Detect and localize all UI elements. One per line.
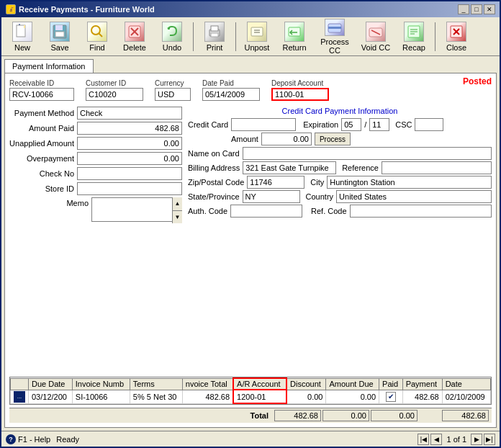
- status-left: ? F1 - Help Ready: [6, 434, 79, 444]
- ready-status: Ready: [56, 435, 79, 444]
- unpost-button[interactable]: Unpost: [239, 19, 275, 54]
- amount-label: Amount: [231, 135, 258, 143]
- exp-month-input[interactable]: [341, 118, 361, 131]
- nav-first-button[interactable]: |◀: [418, 434, 429, 445]
- credit-card-label: Credit Card: [188, 120, 228, 129]
- currency-input[interactable]: [155, 88, 191, 101]
- svg-rect-21: [328, 27, 341, 29]
- unapplied-amount-input[interactable]: [77, 137, 182, 150]
- paid-checkbox[interactable]: ✔: [386, 392, 396, 402]
- expiration-label: Expiration: [303, 120, 338, 129]
- save-button[interactable]: Save: [42, 19, 78, 54]
- ref-code-label: Ref. Code: [311, 207, 347, 215]
- two-column-area: Payment Method Amount Paid Unapplied Amo…: [9, 107, 492, 371]
- amount-paid-row: Amount Paid: [9, 122, 182, 135]
- close-window-button[interactable]: ✕: [484, 4, 495, 14]
- auth-code-input[interactable]: [230, 205, 302, 218]
- processcc-button[interactable]: Process CC: [314, 19, 356, 54]
- find-icon: [87, 22, 107, 42]
- close-button[interactable]: Close: [438, 19, 474, 54]
- csc-input[interactable]: [415, 118, 443, 131]
- maximize-button[interactable]: □: [471, 4, 482, 14]
- row-expand-button[interactable]: ...: [14, 391, 25, 403]
- deposit-account-group: Deposit Account: [271, 79, 329, 101]
- voidcc-button[interactable]: Void CC: [357, 19, 394, 54]
- name-on-card-label: Name on Card: [188, 149, 240, 158]
- city-input[interactable]: [327, 176, 492, 189]
- nav-prev-button[interactable]: ◀: [430, 434, 442, 445]
- receivable-id-input[interactable]: [9, 88, 74, 101]
- date-paid-input[interactable]: [202, 88, 260, 101]
- navigation-controls: |◀ ◀ 1 of 1 ▶ ▶|: [418, 434, 495, 445]
- customer-id-input[interactable]: [86, 88, 143, 101]
- state-label: State/Province: [188, 192, 240, 201]
- payment-method-input[interactable]: [77, 107, 182, 120]
- svg-rect-5: [55, 32, 64, 37]
- process-button[interactable]: Process: [315, 133, 351, 145]
- reference-input[interactable]: [382, 161, 492, 174]
- close-icon: [446, 22, 466, 42]
- new-icon: [12, 22, 32, 42]
- invoice-table: Due Date Invoice Numb Terms nvoice Total…: [9, 377, 492, 405]
- undo-button[interactable]: Undo: [154, 19, 190, 54]
- cc-row-1: Credit Card Expiration / CSC: [188, 118, 492, 131]
- col-header-due-date: Due Date: [29, 378, 73, 390]
- store-id-input[interactable]: [77, 182, 182, 195]
- return-icon: [284, 22, 304, 42]
- check-no-input[interactable]: [77, 167, 182, 180]
- nav-last-button[interactable]: ▶|: [484, 434, 495, 445]
- overpayment-input[interactable]: [77, 152, 182, 165]
- memo-input[interactable]: [91, 197, 182, 222]
- main-window: 💰 Receive Payments - Furniture World _ □…: [0, 0, 501, 448]
- col-header-terms: Terms: [130, 378, 182, 390]
- total-label: Total: [250, 411, 274, 420]
- overpayment-label: Overpayment: [9, 154, 74, 163]
- memo-scroll-down[interactable]: ▼: [173, 211, 182, 224]
- toolbar-separator-2: [235, 22, 236, 51]
- name-on-card-input[interactable]: [243, 147, 492, 160]
- billing-address-label: Billing Address: [188, 163, 240, 172]
- col-header-payment: Payment: [402, 378, 442, 390]
- svg-line-7: [99, 33, 102, 37]
- print-icon: [204, 22, 225, 42]
- exp-year-input[interactable]: [369, 118, 389, 131]
- print-button[interactable]: Print: [197, 19, 233, 54]
- minimize-button[interactable]: _: [458, 4, 469, 14]
- table-row: ... 03/12/200 SI-10066 5% 5 Net 30 482.6…: [11, 390, 491, 403]
- help-icon: ?: [6, 434, 16, 444]
- recap-button[interactable]: Recap: [396, 19, 432, 54]
- footer-totals: [274, 410, 489, 421]
- state-input[interactable]: [243, 190, 300, 203]
- deposit-account-input[interactable]: [271, 88, 329, 101]
- left-column: Payment Method Amount Paid Unapplied Amo…: [9, 107, 182, 371]
- col-header-invoice-total: nvoice Total: [182, 378, 233, 390]
- country-input[interactable]: [336, 190, 492, 203]
- window-controls: _ □ ✕: [458, 4, 495, 14]
- panel: Posted Receivable ID Customer ID Currenc…: [4, 73, 497, 428]
- tab-payment-information[interactable]: Payment Information: [4, 59, 94, 73]
- return-button[interactable]: Return: [276, 19, 312, 54]
- recap-icon: [404, 22, 424, 42]
- check-no-row: Check No: [9, 167, 182, 180]
- payment-method-label: Payment Method: [9, 109, 74, 117]
- credit-card-input[interactable]: [231, 118, 296, 131]
- amount-paid-input[interactable]: [77, 122, 182, 135]
- memo-row: Memo ▲ ▼: [9, 197, 182, 223]
- memo-scroll-up[interactable]: ▲: [173, 197, 182, 211]
- new-button[interactable]: New: [4, 19, 40, 54]
- col-header-date: Date: [442, 378, 490, 390]
- zip-input[interactable]: [247, 176, 304, 189]
- cc-amount-input[interactable]: [261, 133, 312, 145]
- delete-button[interactable]: Delete: [117, 19, 153, 54]
- find-button[interactable]: Find: [79, 19, 115, 54]
- overpayment-row: Overpayment: [9, 152, 182, 165]
- ref-code-input[interactable]: [350, 205, 492, 218]
- save-icon: [50, 22, 70, 42]
- store-id-row: Store ID: [9, 182, 182, 195]
- voidcc-icon: [366, 22, 386, 42]
- billing-address-input[interactable]: [243, 161, 336, 174]
- invoice-data-table: Due Date Invoice Numb Terms nvoice Total…: [10, 377, 491, 404]
- footer-discount-value: [322, 410, 369, 421]
- store-id-label: Store ID: [9, 184, 74, 193]
- nav-next-button[interactable]: ▶: [471, 434, 482, 445]
